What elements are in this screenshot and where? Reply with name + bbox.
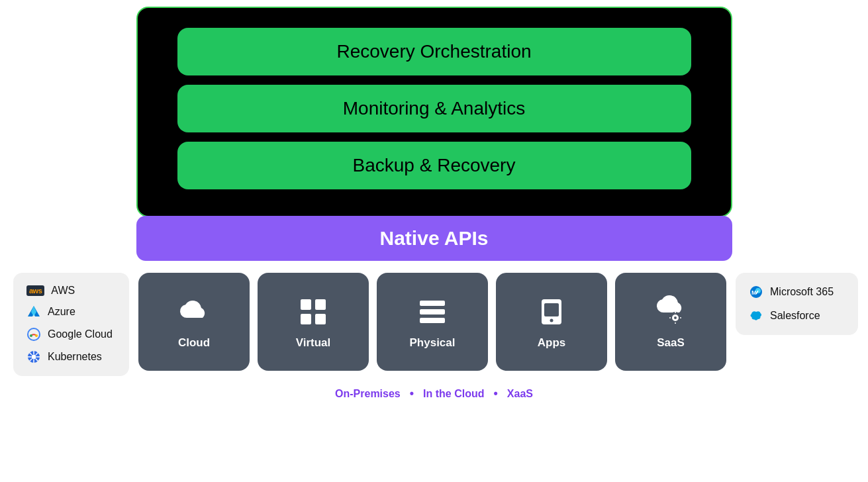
bottom-section: aws AWS Azure Google Cloud [13,273,855,376]
tile-saas: SaaS [615,273,726,371]
native-apis-bar: Native APIs [136,216,732,261]
physical-tile-icon [414,294,450,330]
dot-2: • [494,387,498,401]
azure-icon [26,305,41,319]
dot-1: • [410,387,414,401]
svg-rect-19 [420,318,445,323]
tile-physical: Physical [377,273,488,371]
svg-point-25 [674,316,677,319]
svg-rect-18 [420,309,445,314]
apps-tile-icon [534,294,569,330]
aws-icon: aws [26,285,44,296]
left-provider-panel: aws AWS Azure Google Cloud [13,273,129,376]
google-cloud-icon [26,327,41,342]
footnote-row: On-Premises • In the Cloud • XaaS [335,387,533,401]
kubernetes-icon [26,350,41,364]
category-tiles-row: Cloud Virtual [138,273,726,371]
salesforce-icon [749,309,763,323]
provider-microsoft365: M Microsoft 365 [749,285,845,299]
provider-google-cloud: Google Cloud [26,327,116,342]
provider-azure: Azure [26,305,116,319]
tile-cloud: Cloud [138,273,250,371]
provider-salesforce: Salesforce [749,309,845,323]
tile-apps: Apps [496,273,607,371]
tile-virtual: Virtual [258,273,369,371]
footnote-in-the-cloud: In the Cloud [423,388,484,400]
svg-point-4 [32,355,36,360]
svg-rect-15 [301,314,311,324]
provider-kubernetes: Kubernetes [26,350,116,364]
recovery-orchestration-pill: Recovery Orchestration [177,28,691,75]
svg-rect-17 [420,301,445,306]
footnote-on-premises: On-Premises [335,388,401,400]
monitoring-analytics-pill: Monitoring & Analytics [177,85,691,132]
right-provider-panel: M Microsoft 365 Salesforce [736,273,858,335]
main-black-box: Recovery Orchestration Monitoring & Anal… [136,7,732,217]
svg-rect-14 [315,299,326,310]
saas-tile-icon [653,294,689,330]
provider-aws: aws AWS [26,285,116,297]
svg-rect-21 [544,303,559,316]
footnote-xaas: XaaS [507,388,533,400]
diagram-container: Recovery Orchestration Monitoring & Anal… [13,7,855,401]
svg-point-2 [35,334,38,337]
svg-rect-13 [301,299,311,310]
cloud-tile-icon [176,294,212,330]
svg-point-22 [550,319,554,322]
microsoft365-icon: M [749,285,763,299]
virtual-tile-icon [295,294,331,330]
svg-point-1 [30,334,32,337]
backup-recovery-pill: Backup & Recovery [177,142,691,189]
svg-rect-16 [315,314,326,324]
